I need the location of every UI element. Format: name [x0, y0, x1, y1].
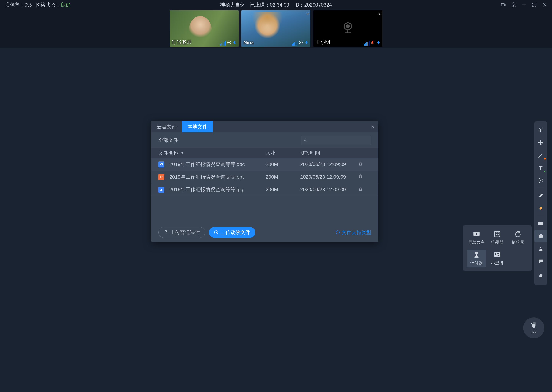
mic-icon [304, 40, 309, 46]
class-id: ID：2020070324 [294, 1, 332, 8]
video-tile[interactable]: × 王小明 [313, 10, 382, 47]
signal-bars-icon [292, 41, 298, 46]
tile-close-icon[interactable]: × [306, 11, 309, 17]
tab-cloud-files[interactable]: 云盘文件 [152, 121, 182, 133]
image-icon: ▲ [158, 187, 164, 193]
svg-point-12 [347, 25, 349, 28]
mic-muted-icon [370, 40, 375, 46]
signal-bars-icon [364, 41, 369, 46]
svg-rect-10 [306, 41, 307, 43]
tab-local-files[interactable]: 本地文件 [182, 121, 213, 133]
signal-bars-icon [220, 41, 225, 46]
svg-point-1 [513, 4, 515, 6]
play-icon [214, 230, 218, 235]
info-icon [335, 230, 340, 235]
video-tile[interactable]: × Nina [241, 10, 311, 47]
table-row[interactable]: P2019年工作汇报情况查询等等.ppt 200M 2020/06/23 12:… [152, 171, 378, 183]
close-icon[interactable] [542, 2, 547, 7]
doc-icon: W [158, 161, 164, 168]
file-type-hint[interactable]: 文件支持类型 [335, 229, 371, 236]
hand-count: 0/2 [531, 329, 537, 335]
class-duration: 已上课：02:34:09 [250, 1, 289, 8]
svg-point-16 [304, 139, 306, 141]
breadcrumb-all-files[interactable]: 全部文件 [158, 137, 178, 144]
table-row[interactable]: W2019年工作汇报情况查询等等.doc 200M 2020/06/23 12:… [152, 158, 378, 171]
column-name[interactable]: 文件名称▼ [158, 150, 266, 156]
search-input[interactable] [301, 135, 371, 145]
folder-icon[interactable] [534, 217, 547, 230]
packet-loss: 丢包率：0% [5, 1, 32, 8]
svg-rect-7 [234, 41, 235, 43]
delete-button[interactable] [358, 161, 371, 168]
file-list: W2019年工作汇报情况查询等等.doc 200M 2020/06/23 12:… [152, 158, 378, 196]
upload-normal-button[interactable]: 上传普通课件 [158, 227, 205, 238]
users-icon[interactable] [534, 242, 547, 255]
svg-point-9 [300, 42, 301, 43]
hand-raise-button[interactable]: 0/2 [523, 317, 544, 338]
laser-pointer-icon[interactable] [534, 124, 547, 136]
tool-screen-share[interactable]: 屏幕共享 [467, 229, 486, 246]
svg-point-27 [540, 247, 541, 248]
svg-rect-26 [538, 235, 543, 238]
ppt-icon: P [158, 174, 164, 180]
right-toolbar [534, 121, 547, 285]
camera-icon [299, 40, 303, 46]
svg-rect-15 [378, 41, 379, 43]
scissors-icon[interactable] [534, 174, 547, 187]
mic-icon [232, 40, 237, 46]
svg-line-17 [306, 141, 307, 142]
tool-blackboard[interactable]: 2+3 小黑板 [488, 250, 507, 267]
class-title: 神秘大自然 [220, 1, 245, 8]
modal-close-icon[interactable]: × [371, 123, 375, 130]
mic-icon [376, 40, 381, 46]
tool-timer[interactable]: 计时器 [467, 250, 486, 267]
svg-point-6 [228, 42, 230, 43]
svg-point-30 [516, 232, 520, 237]
column-time[interactable]: 修改时间 [300, 150, 358, 156]
svg-point-24 [539, 181, 540, 182]
camera-icon [227, 40, 231, 46]
network-status: 网络状态：良好 [36, 1, 71, 8]
color-picker-icon[interactable] [534, 202, 547, 215]
column-size[interactable]: 大小 [266, 150, 300, 156]
camera-switch-icon[interactable] [501, 2, 506, 7]
participant-name: 王小明 [315, 39, 330, 46]
svg-rect-29 [494, 231, 500, 237]
eraser-icon[interactable] [534, 189, 547, 202]
tool-answer-device[interactable]: 答题器 [488, 229, 507, 246]
modal-tabs: 云盘文件 本地文件 × [152, 121, 378, 133]
chat-icon[interactable] [534, 255, 547, 268]
svg-rect-0 [501, 3, 504, 6]
video-strip: 叮当老师 × Nina × 王小明 [0, 10, 552, 48]
topbar: 丢包率：0% 网络状态：良好 神秘大自然 已上课：02:34:09 ID：202… [0, 0, 552, 10]
svg-text:2+3: 2+3 [495, 253, 500, 256]
tile-close-icon[interactable]: × [378, 11, 381, 17]
minimize-icon[interactable] [521, 2, 527, 7]
svg-point-23 [539, 179, 540, 180]
table-row[interactable]: ▲2019年工作汇报情况查询等等.jpg 200M 2020/06/23 12:… [152, 183, 378, 196]
participant-name: Nina [243, 40, 254, 46]
delete-button[interactable] [358, 186, 371, 193]
search-icon [303, 138, 308, 142]
toolbox-icon[interactable] [534, 230, 547, 242]
table-header: 文件名称▼ 大小 修改时间 [152, 148, 378, 158]
bell-icon[interactable] [534, 270, 547, 283]
svg-point-22 [540, 129, 541, 130]
fullscreen-icon[interactable] [532, 2, 537, 7]
svg-point-25 [539, 207, 542, 210]
video-tile[interactable]: 叮当老师 [170, 10, 239, 47]
settings-icon[interactable] [511, 2, 516, 7]
move-icon[interactable] [534, 136, 547, 149]
text-icon[interactable] [534, 161, 547, 174]
participant-name: 叮当老师 [172, 39, 191, 46]
delete-button[interactable] [358, 174, 371, 180]
file-modal: 云盘文件 本地文件 × 全部文件 文件名称▼ 大小 修改时间 W2019年工作汇… [152, 121, 378, 242]
hand-icon [530, 321, 538, 329]
upload-animated-button[interactable]: 上传动效文件 [209, 227, 255, 238]
pen-icon[interactable] [534, 149, 547, 161]
document-icon [163, 230, 168, 235]
tools-popover: 屏幕共享 答题器 抢答器 计时器 2+3 小黑板 [463, 225, 532, 271]
sort-caret-icon: ▼ [181, 151, 184, 155]
tool-responder[interactable]: 抢答器 [508, 229, 527, 246]
